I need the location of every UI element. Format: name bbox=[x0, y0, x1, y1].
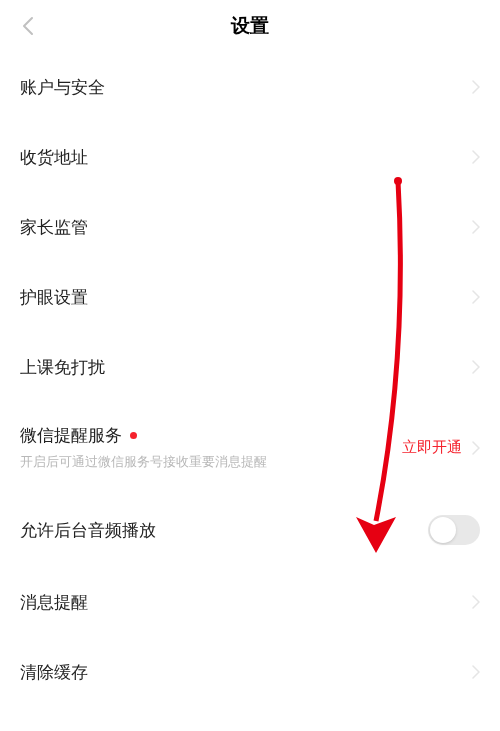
background-audio-toggle[interactable] bbox=[428, 515, 480, 545]
item-shipping-address[interactable]: 收货地址 bbox=[0, 122, 500, 192]
item-eye-protection[interactable]: 护眼设置 bbox=[0, 262, 500, 332]
toggle-knob bbox=[430, 517, 456, 543]
chevron-right-icon bbox=[472, 441, 480, 455]
item-label: 清除缓存 bbox=[20, 661, 88, 684]
action-enable-now[interactable]: 立即开通 bbox=[402, 438, 462, 457]
item-label: 允许后台音频播放 bbox=[20, 519, 156, 542]
item-subtitle: 开启后可通过微信服务号接收重要消息提醒 bbox=[20, 453, 267, 471]
item-parental-control[interactable]: 家长监管 bbox=[0, 192, 500, 262]
item-network-test[interactable]: 网络检测 bbox=[0, 707, 500, 731]
item-message-reminder[interactable]: 消息提醒 bbox=[0, 567, 500, 637]
chevron-right-icon bbox=[472, 150, 480, 164]
item-wechat-reminder[interactable]: 微信提醒服务 开启后可通过微信服务号接收重要消息提醒 立即开通 bbox=[0, 402, 500, 493]
header: 设置 bbox=[0, 0, 500, 52]
item-label: 家长监管 bbox=[20, 216, 88, 239]
page-title: 设置 bbox=[231, 13, 269, 39]
item-label: 上课免打扰 bbox=[20, 356, 105, 379]
item-label: 护眼设置 bbox=[20, 286, 88, 309]
chevron-right-icon bbox=[472, 360, 480, 374]
item-label: 收货地址 bbox=[20, 146, 88, 169]
chevron-right-icon bbox=[472, 665, 480, 679]
chevron-right-icon bbox=[472, 220, 480, 234]
item-label: 账户与安全 bbox=[20, 76, 105, 99]
chevron-right-icon bbox=[472, 595, 480, 609]
item-background-audio: 允许后台音频播放 bbox=[0, 493, 500, 567]
item-label: 微信提醒服务 bbox=[20, 424, 122, 447]
item-clear-cache[interactable]: 清除缓存 bbox=[0, 637, 500, 707]
back-button[interactable] bbox=[16, 14, 40, 38]
item-account-security[interactable]: 账户与安全 bbox=[0, 52, 500, 122]
settings-list: 账户与安全 收货地址 家长监管 护眼设置 bbox=[0, 52, 500, 731]
chevron-right-icon bbox=[472, 80, 480, 94]
chevron-right-icon bbox=[472, 290, 480, 304]
chevron-left-icon bbox=[22, 16, 34, 36]
item-class-dnd[interactable]: 上课免打扰 bbox=[0, 332, 500, 402]
red-dot-badge bbox=[130, 432, 137, 439]
item-label: 消息提醒 bbox=[20, 591, 88, 614]
